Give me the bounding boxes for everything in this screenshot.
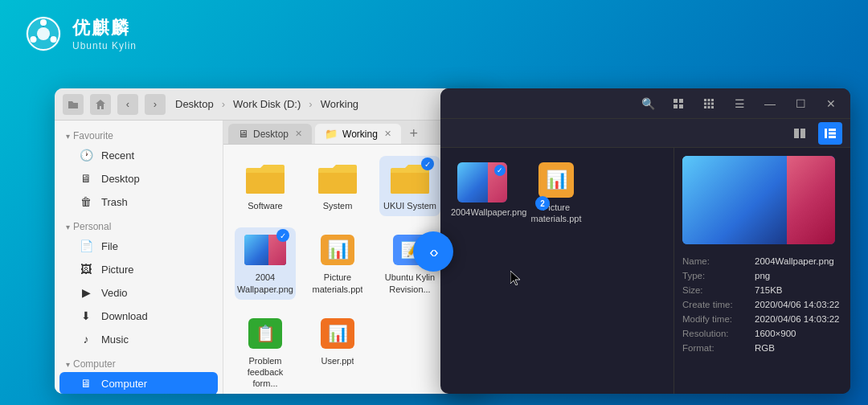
fm-forward-btn[interactable]: › xyxy=(145,94,166,115)
dark-grid4-btn[interactable] xyxy=(667,92,690,115)
info-row-format: Format: RGB xyxy=(682,342,842,354)
svg-point-2 xyxy=(37,27,50,40)
info-row-modify: Modify time: 2020/04/06 14:03:22 xyxy=(682,313,842,325)
info-row-create: Create time: 2020/04/06 14:03:22 xyxy=(682,299,842,310)
preview-image xyxy=(682,156,835,244)
fm-home-btn[interactable] xyxy=(90,94,111,115)
svg-rect-25 xyxy=(829,129,836,131)
svg-rect-26 xyxy=(829,132,836,134)
sidebar-item-computer[interactable]: 🖥 Computer xyxy=(59,372,218,394)
svg-point-5 xyxy=(31,36,37,43)
svg-rect-19 xyxy=(704,106,706,108)
svg-rect-23 xyxy=(800,129,805,138)
ppt-icon-user: 📊 xyxy=(321,318,354,349)
fm-titlebar: ‹ › Desktop › Work Disk (D:) › Working xyxy=(55,88,489,121)
selected-check-wallpaper: ✓ xyxy=(276,229,289,242)
dark-file-item-wallpaper[interactable]: ✓ 2004Wallpaper.png xyxy=(450,158,514,230)
sidebar-section-personal[interactable]: ▾ Personal xyxy=(55,218,223,234)
sidebar-section-favourite[interactable]: ▾ Favourite xyxy=(55,127,223,143)
file-item-picture-materials[interactable]: 📊 Picturematerials.ppt xyxy=(307,227,368,300)
dark-minimize-btn[interactable]: — xyxy=(759,92,781,115)
video-icon: ▶ xyxy=(79,286,93,299)
svg-rect-22 xyxy=(794,129,799,138)
svg-line-8 xyxy=(36,37,38,38)
dark-file-item-ppt[interactable]: 📊 Picture materials.ppt xyxy=(524,158,588,230)
dark-body: ✓ 2004Wallpaper.png 📊 Picture materials.… xyxy=(440,148,850,394)
svg-rect-16 xyxy=(704,102,706,104)
dark-file-manager-window: 🔍 ☰ — ☐ ✕ xyxy=(440,88,850,394)
svg-line-7 xyxy=(49,37,51,38)
sidebar-item-vedio[interactable]: ▶ Vedio xyxy=(59,281,218,304)
breadcrumb-workdisk[interactable]: Work Disk (D:) xyxy=(233,98,301,110)
svg-rect-21 xyxy=(711,106,714,108)
info-row-resolution: Resolution: 1600×900 xyxy=(682,328,842,339)
svg-rect-20 xyxy=(708,106,710,108)
folder-icon-system xyxy=(317,162,358,195)
file-item-system[interactable]: System xyxy=(307,156,368,216)
file-item-user-ppt[interactable]: 📊 User.ppt xyxy=(307,311,368,394)
logo-en: Ubuntu Kylin xyxy=(72,40,137,51)
sidebar-item-file[interactable]: 📄 File xyxy=(59,235,218,257)
file-item-ukui-system[interactable]: ✓ UKUI System xyxy=(379,156,440,216)
logo-cn: 优麒麟 xyxy=(72,16,137,40)
desktop-icon: 🖥 xyxy=(79,172,93,185)
tab-desktop[interactable]: 🖥 Desktop ✕ xyxy=(228,124,312,144)
dark-list-btn[interactable]: ☰ xyxy=(728,92,751,115)
file-item-software[interactable]: Software xyxy=(235,156,296,216)
download-icon: ⬇ xyxy=(79,309,93,322)
svg-rect-10 xyxy=(679,99,683,103)
logo-area: 优麒麟 Ubuntu Kylin xyxy=(24,14,137,53)
breadcrumb: Desktop › Work Disk (D:) › Working xyxy=(175,98,358,110)
selection-count-badge: 2 xyxy=(535,196,550,211)
dark-titlebar: 🔍 ☰ — ☐ ✕ xyxy=(440,88,850,119)
splitter-arrows-icon: ‹› xyxy=(429,243,436,261)
logo-text: 优麒麟 Ubuntu Kylin xyxy=(72,16,137,51)
dark-search-btn[interactable]: 🔍 xyxy=(637,92,659,115)
svg-rect-12 xyxy=(679,104,683,108)
dark-file-grid: ✓ 2004Wallpaper.png 📊 Picture materials.… xyxy=(440,148,674,394)
breadcrumb-desktop[interactable]: Desktop xyxy=(175,98,214,110)
sidebar-item-desktop[interactable]: 🖥 Desktop xyxy=(59,167,218,190)
file-item-wallpaper[interactable]: ✓ 2004Wallpaper.png xyxy=(235,227,296,300)
clock-icon: 🕐 xyxy=(79,149,93,162)
dark-close-btn[interactable]: ✕ xyxy=(820,92,842,115)
svg-rect-9 xyxy=(674,99,678,103)
dark-toolbar xyxy=(440,119,850,148)
breadcrumb-working[interactable]: Working xyxy=(321,98,358,110)
dark-grid9-btn[interactable] xyxy=(698,92,720,115)
computer-icon: 🖥 xyxy=(79,377,93,390)
info-row-type: Type: png xyxy=(682,270,842,281)
tab-desktop-close[interactable]: ✕ xyxy=(295,129,302,139)
svg-rect-24 xyxy=(825,129,827,138)
trash-label: Trash xyxy=(101,196,128,208)
fm-back-btn[interactable]: ‹ xyxy=(117,94,138,115)
fm-sidebar: ▾ Favourite 🕐 Recent 🖥 Desktop 🗑 Trash ▾… xyxy=(55,121,223,394)
sidebar-item-download[interactable]: ⬇ Download xyxy=(59,305,218,327)
sidebar-item-recent[interactable]: 🕐 Recent xyxy=(59,144,218,166)
sidebar-item-picture[interactable]: 🖼 Picture xyxy=(59,258,218,280)
svg-rect-17 xyxy=(708,102,710,104)
sidebar-section-computer[interactable]: ▾ Computer xyxy=(55,355,223,371)
tab-working-close[interactable]: ✕ xyxy=(384,129,391,139)
dark-details-btn[interactable] xyxy=(818,122,842,145)
sidebar-item-music[interactable]: ♪ Music xyxy=(59,328,218,350)
selected-check-ukui: ✓ xyxy=(421,158,434,170)
folder-icon-software xyxy=(244,162,286,195)
tab-add-button[interactable]: + xyxy=(404,125,424,144)
dark-maximize-btn[interactable]: ☐ xyxy=(789,92,812,115)
info-panel: Name: 2004Wallpaper.png Type: png Size: … xyxy=(674,148,850,394)
svg-rect-11 xyxy=(674,104,678,108)
svg-point-4 xyxy=(51,36,57,43)
fm-folder-btn[interactable] xyxy=(63,94,84,115)
tab-working[interactable]: 📁 Working ✕ xyxy=(315,124,401,144)
xls-icon-feedback: 📋 xyxy=(248,318,282,349)
sidebar-item-trash[interactable]: 🗑 Trash xyxy=(59,190,218,213)
dark-columns-btn[interactable] xyxy=(788,122,812,145)
info-row-size: Size: 715KB xyxy=(682,284,842,296)
info-row-name: Name: 2004Wallpaper.png xyxy=(682,256,842,267)
svg-rect-18 xyxy=(711,102,714,104)
file-icon: 📄 xyxy=(79,239,93,252)
music-icon: ♪ xyxy=(79,333,93,346)
splitter-button[interactable]: ‹› xyxy=(413,231,453,272)
file-item-problem-feedback[interactable]: 📋 Problemfeedback form... xyxy=(235,311,296,394)
